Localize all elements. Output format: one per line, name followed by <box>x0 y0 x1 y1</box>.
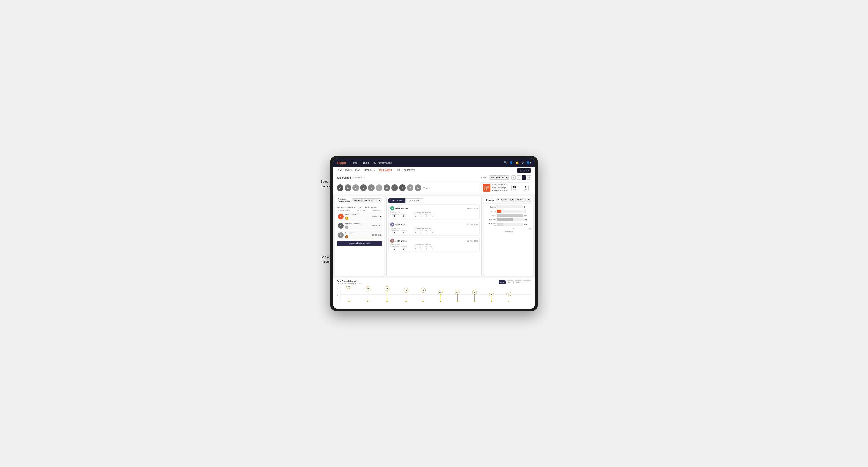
view-leaderboard-button[interactable]: View Full Leaderboard <box>337 241 382 246</box>
bar-val-birdies: 96 <box>524 210 531 212</box>
pac-activities-3: Total Practice Activities OTT 0 APP <box>414 244 434 250</box>
drill-select[interactable]: PUTT Must Make Putting... <box>352 198 382 203</box>
shot-card: 198 SC Shot Dist: 16 yds Start Lie: Roug… <box>480 182 531 193</box>
nav-my-performance[interactable]: My Performance <box>373 161 392 164</box>
streak-stem-10 <box>509 297 509 301</box>
tablet-frame: clippd Home Teams My Performance 🔍 👤 🔔 ⚙… <box>330 156 538 311</box>
streak-circle-3: 6x <box>385 286 390 291</box>
y-label-6: 6 <box>337 288 338 289</box>
total-shots-label: Total Shots <box>486 231 531 233</box>
streak-point-4: 5x <box>404 288 408 302</box>
lb-score-2: 18/20 <box>372 225 377 227</box>
players-label: Players <box>423 187 430 189</box>
pac-stats-1: Total Rounds Tournament 7 Practice <box>390 211 478 218</box>
streak-point-2: 6x <box>366 286 370 302</box>
sub-nav-pgat[interactable]: PGAT Players <box>337 168 351 172</box>
sub-nav-tour[interactable]: Tour <box>396 168 400 172</box>
bar-label-eagles: Eagles <box>486 206 496 208</box>
people-icon[interactable]: 👤 <box>509 161 513 164</box>
team-header: Team Clippd 14 Players ✎ Show: Last 3 mo… <box>333 174 535 181</box>
bottom-title-area: Best Round Streaks Off The Tee, Fairway … <box>337 280 363 284</box>
pac-date-3: 26 Aug 2023 <box>467 240 478 242</box>
player-avatar-10[interactable]: J <box>407 184 413 191</box>
sort-icon[interactable]: ⇅ <box>527 176 531 180</box>
player-avatar-2[interactable]: B <box>345 184 351 191</box>
bar-fill-bogeys <box>497 218 513 221</box>
sub-nav-pga[interactable]: PGA <box>355 168 360 172</box>
y-label-4: 4 <box>337 294 338 296</box>
streak-dot-2 <box>367 301 368 302</box>
tab-most-active[interactable]: Most Active <box>389 198 405 203</box>
tab-least-active[interactable]: Least Active <box>405 198 423 203</box>
nav-teams[interactable]: Teams <box>361 161 369 164</box>
player-avatar-7[interactable]: G <box>383 184 390 191</box>
activity-body: Most Active Least Active B Blair McHarg <box>386 196 482 276</box>
scoring-filter1[interactable]: Par 3, 4 & 5s <box>496 198 514 202</box>
lb-avatar-2: E <box>338 223 344 228</box>
settings-icon[interactable]: ⚙ <box>521 161 524 164</box>
bar-row-eagles: Eagles 3 <box>486 206 531 208</box>
player-avatar-8[interactable]: H <box>391 184 398 191</box>
grid-large-icon[interactable]: ⊟ <box>517 176 521 180</box>
page-container: Select a practice drill and see the lead… <box>0 0 868 467</box>
shot-yds: 16 yds → 0 yds <box>512 185 529 191</box>
bar-track-dbogeys <box>497 223 523 226</box>
player-avatar-11[interactable]: K <box>415 184 421 191</box>
bar-val-dbogeys: 131 <box>524 224 531 226</box>
player-avatar-9[interactable]: I <box>399 184 406 191</box>
lb-name-3: Cameron... <box>345 232 371 234</box>
tab-putt[interactable]: PUTT <box>523 280 531 284</box>
bar-label-pars: Pars <box>486 214 496 217</box>
streak-circle-4: 5x <box>404 288 408 293</box>
lb-score-1: 19/20 <box>372 215 377 217</box>
bar-row-pars: Pars 499 <box>486 214 531 217</box>
tab-app[interactable]: APP <box>507 280 514 284</box>
grid-small-icon[interactable]: ⊞ <box>512 176 516 180</box>
streak-point-10: 3x <box>506 292 511 302</box>
player-avatar-1[interactable]: A <box>337 184 343 191</box>
activity-tabs: Most Active Least Active <box>389 198 479 203</box>
player-avatar-6[interactable]: F <box>376 184 382 191</box>
bell-icon[interactable]: 🔔 <box>516 161 519 164</box>
add-team-button[interactable]: Add Team <box>517 168 531 173</box>
streak-circle-8: 4x <box>472 290 477 294</box>
show-select[interactable]: Last 3 months <box>489 176 509 180</box>
streak-dot-7 <box>457 301 458 302</box>
edit-icon[interactable]: ✎ <box>364 177 366 179</box>
profile-icon[interactable]: 👤▾ <box>526 161 531 164</box>
player-avatar-3[interactable]: C <box>352 184 359 191</box>
lb-col-headers: PLAYER NAME PB SCORE PB AVG SQ <box>337 210 382 211</box>
search-icon[interactable]: 🔍 <box>503 161 507 164</box>
sub-nav-links: PGAT Players PGA Hcaps 1-5 Team Clippd T… <box>337 168 517 172</box>
bar-val-pars: 499 <box>524 214 531 217</box>
lb-score-3: 17/20 <box>372 234 377 236</box>
pac-activities-2: Total Practice Activities OTT 0 APP <box>414 228 434 234</box>
lb-badge-1: 1 <box>345 217 348 220</box>
scoring-filter2[interactable]: All Players <box>515 198 531 202</box>
player-avatar-5[interactable]: E <box>368 184 375 191</box>
streak-dot-3 <box>386 301 388 302</box>
list-icon[interactable]: ≡ <box>522 176 526 180</box>
streak-chart: 6 4 7x <box>337 285 531 307</box>
tab-arg[interactable]: ARG <box>515 280 522 284</box>
streak-dot-5 <box>423 301 424 302</box>
streak-dot-10 <box>508 301 509 302</box>
pac-stats-3: Total Rounds Tournament 7 Practice <box>390 244 478 250</box>
streak-circle-1: 7x <box>346 285 351 289</box>
shot-details: Shot Dist: 16 yds Start Lie: Rough End L… <box>492 184 509 192</box>
player-avatar-4[interactable]: D <box>360 184 367 191</box>
streak-point-6: 4x <box>438 290 443 302</box>
sub-nav-hcaps[interactable]: Hcaps 1-5 <box>364 168 375 172</box>
main-content: Practice Leaderboards PUTT Must Make Put… <box>333 194 535 278</box>
show-label: Show: <box>481 177 487 179</box>
nav-home[interactable]: Home <box>350 161 357 164</box>
yds-box-1: 16 yds <box>512 185 518 191</box>
lb-avatar-1: R <box>338 214 344 219</box>
tab-ott[interactable]: OTT <box>499 280 506 284</box>
lb-name-2: Edward Crossman <box>345 223 371 225</box>
sub-nav-team-clippd[interactable]: Team Clippd <box>379 168 392 172</box>
bar-row-bogeys: Bogeys 311 <box>486 218 531 221</box>
sub-nav-all-players[interactable]: All Players <box>404 168 415 172</box>
leaderboard-panel: Practice Leaderboards PUTT Must Make Put… <box>335 196 384 276</box>
nav-bar: clippd Home Teams My Performance 🔍 👤 🔔 ⚙… <box>333 158 535 167</box>
